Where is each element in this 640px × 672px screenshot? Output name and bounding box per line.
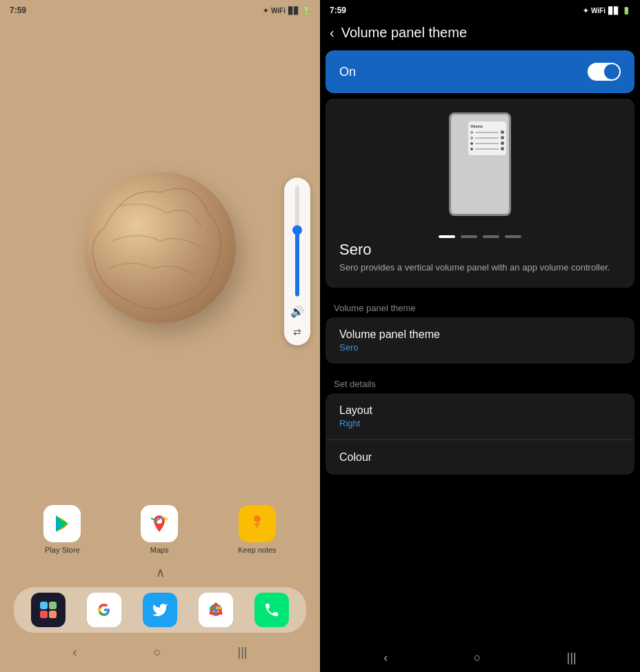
volume-track bbox=[295, 186, 299, 297]
preview-card: Volume bbox=[326, 99, 634, 288]
phone-preview: Volume bbox=[449, 112, 511, 216]
right-nav-home[interactable]: ○ bbox=[474, 651, 481, 665]
left-time: 7:59 bbox=[10, 6, 26, 15]
dock-chrome[interactable] bbox=[199, 593, 233, 627]
nav-bar-right: ‹ ○ ||| bbox=[320, 646, 640, 672]
left-nav-home[interactable]: ○ bbox=[154, 645, 161, 660]
preview-end-dot-3 bbox=[501, 141, 504, 145]
dock-twitter[interactable] bbox=[143, 593, 177, 627]
app-grid: Play Store Maps bbox=[14, 505, 306, 554]
volume-speaker-icon[interactable]: 🔊 bbox=[290, 305, 304, 318]
bluetooth-icon: ✦ bbox=[263, 7, 268, 14]
left-nav-back[interactable]: ‹ bbox=[73, 645, 77, 660]
preview-volume-title: Volume bbox=[470, 124, 504, 128]
nav-bar-left: ‹ ○ ||| bbox=[14, 642, 306, 665]
preview-line-2 bbox=[475, 137, 499, 139]
svg-rect-12 bbox=[49, 611, 57, 618]
settings-item-layout[interactable]: Layout Right bbox=[326, 393, 634, 440]
left-status-bar: 7:59 ✦ WiFi ▊▊ 🔋 bbox=[0, 0, 320, 18]
dot-indicator-3 bbox=[483, 235, 499, 238]
preview-theme-description: Sero provides a vertical volume panel wi… bbox=[339, 261, 610, 274]
preview-line-3 bbox=[475, 143, 499, 144]
preview-row-2 bbox=[470, 136, 504, 139]
wifi-icon: WiFi bbox=[271, 7, 286, 14]
section-label-volume-panel-theme: Volume panel theme bbox=[320, 293, 640, 317]
app-maps[interactable]: Maps bbox=[141, 505, 178, 554]
preview-line-1 bbox=[475, 132, 499, 133]
phone-preview-inner: Volume bbox=[468, 121, 506, 155]
right-nav-back[interactable]: ‹ bbox=[383, 651, 388, 665]
settings-group-2: Layout Right Colour bbox=[326, 393, 634, 475]
right-nav-recents[interactable]: ||| bbox=[567, 651, 577, 665]
svg-rect-10 bbox=[49, 602, 57, 609]
toggle-switch[interactable] bbox=[588, 63, 621, 81]
signal-icon: ▊▊ bbox=[288, 7, 299, 14]
app-play-store[interactable]: Play Store bbox=[43, 505, 81, 554]
left-panel: 7:59 ✦ WiFi ▊▊ 🔋 🔊 ⇄ bbox=[0, 0, 320, 672]
drawer-up-icon: ∧ bbox=[156, 565, 165, 580]
right-toolbar: ‹ Volume panel theme bbox=[320, 18, 640, 50]
dot-indicator-1 bbox=[439, 235, 455, 238]
keep-notes-icon bbox=[239, 505, 276, 542]
settings-item-title-volume-panel-theme: Volume panel theme bbox=[339, 328, 621, 341]
settings-item-volume-panel-theme[interactable]: Volume panel theme Sero bbox=[326, 317, 634, 364]
right-battery-icon: 🔋 bbox=[622, 7, 630, 14]
preview-dot-3 bbox=[470, 142, 473, 145]
keep-notes-label: Keep notes bbox=[238, 546, 277, 554]
volume-thumb bbox=[292, 226, 302, 235]
left-status-icons: ✦ WiFi ▊▊ 🔋 bbox=[263, 7, 310, 14]
right-content: On Volume bbox=[320, 50, 640, 646]
preview-end-dot-2 bbox=[501, 136, 504, 139]
maps-label: Maps bbox=[150, 546, 169, 554]
preview-row-1 bbox=[470, 130, 504, 134]
page-title: Volume panel theme bbox=[341, 25, 467, 41]
preview-dot-1 bbox=[470, 131, 473, 134]
toggle-knob bbox=[604, 64, 619, 79]
preview-dot-4 bbox=[470, 148, 473, 150]
dots-indicator-row bbox=[439, 235, 521, 238]
right-status-icons: ✦ WiFi ▊▊ 🔋 bbox=[583, 7, 630, 14]
maps-icon bbox=[141, 505, 178, 542]
wallpaper-paper-ball bbox=[84, 172, 236, 324]
preview-dot-2 bbox=[470, 137, 473, 139]
dot-indicator-2 bbox=[461, 235, 477, 238]
settings-item-title-layout: Layout bbox=[339, 404, 621, 417]
svg-rect-11 bbox=[40, 611, 48, 618]
right-status-bar: 7:59 ✦ WiFi ▊▊ 🔋 bbox=[320, 0, 640, 18]
play-store-label: Play Store bbox=[45, 546, 80, 554]
dock-bar bbox=[14, 587, 306, 633]
app-keep-notes[interactable]: Keep notes bbox=[238, 505, 277, 554]
preview-line-4 bbox=[475, 148, 499, 150]
section-label-set-details: Set details bbox=[320, 369, 640, 393]
toggle-label: On bbox=[339, 65, 356, 79]
svg-rect-9 bbox=[40, 602, 48, 609]
preview-theme-name: Sero bbox=[339, 241, 371, 259]
preview-row-3 bbox=[470, 141, 504, 145]
dock-phone[interactable] bbox=[254, 593, 289, 627]
toggle-row[interactable]: On bbox=[326, 50, 634, 93]
left-nav-recents[interactable]: ||| bbox=[237, 645, 247, 660]
volume-media-icon[interactable]: ⇄ bbox=[293, 326, 301, 337]
settings-item-title-colour: Colour bbox=[339, 451, 621, 464]
dot-indicator-4 bbox=[505, 235, 521, 238]
volume-fill bbox=[295, 230, 299, 297]
settings-item-value-layout: Right bbox=[339, 418, 621, 428]
settings-item-colour[interactable]: Colour bbox=[326, 440, 634, 475]
drawer-handle[interactable]: ∧ bbox=[14, 565, 306, 580]
settings-group-1: Volume panel theme Sero bbox=[326, 317, 634, 364]
settings-item-value-volume-panel-theme: Sero bbox=[339, 342, 621, 353]
dock-multi-app[interactable] bbox=[31, 593, 66, 627]
preview-end-dot-4 bbox=[501, 147, 504, 150]
wallpaper-area: 🔊 ⇄ bbox=[0, 18, 320, 505]
dock-google[interactable] bbox=[87, 593, 121, 627]
right-signal-icon: ▊▊ bbox=[608, 7, 619, 14]
right-back-button[interactable]: ‹ bbox=[330, 25, 334, 41]
preview-row-4 bbox=[470, 147, 504, 150]
volume-slider-container[interactable]: 🔊 ⇄ bbox=[284, 178, 310, 346]
right-wifi-icon: WiFi bbox=[591, 7, 606, 14]
right-panel: 7:59 ✦ WiFi ▊▊ 🔋 ‹ Volume panel theme On… bbox=[320, 0, 640, 672]
right-bluetooth-icon: ✦ bbox=[583, 7, 588, 14]
battery-icon: 🔋 bbox=[302, 7, 310, 14]
play-store-icon bbox=[43, 505, 81, 542]
right-time: 7:59 bbox=[330, 6, 346, 15]
